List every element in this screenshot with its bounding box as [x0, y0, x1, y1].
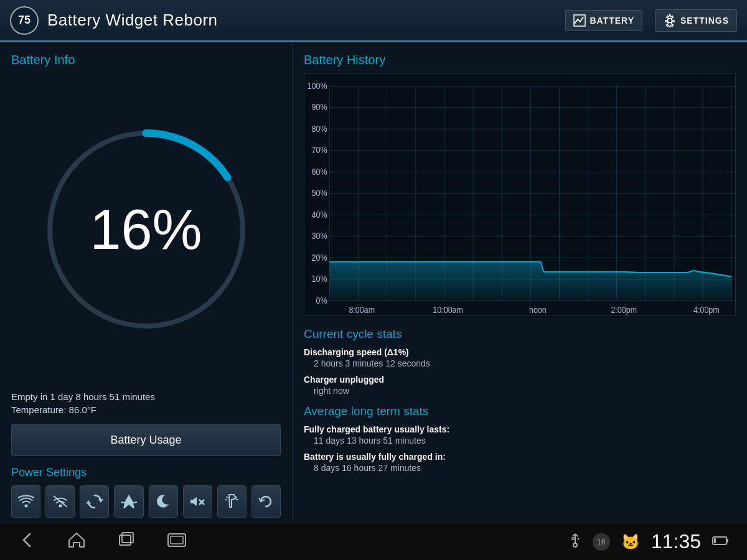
- sync-icon: [87, 493, 103, 510]
- wifi-on-button[interactable]: [11, 485, 40, 518]
- battery-status-icon: [712, 536, 728, 548]
- bottom-left-nav: [19, 531, 187, 553]
- usb-symbol: [569, 533, 581, 548]
- sleep-button[interactable]: [149, 485, 178, 518]
- sleep-icon: [156, 494, 170, 509]
- stat-value-avg-charged: 8 days 16 hours 27 minutes: [304, 463, 736, 473]
- svg-text:50%: 50%: [312, 188, 327, 198]
- svg-text:30%: 30%: [312, 231, 327, 241]
- svg-text:70%: 70%: [312, 146, 327, 156]
- battery-history-title: Battery History: [304, 53, 736, 67]
- svg-point-67: [577, 538, 579, 540]
- svg-text:80%: 80%: [312, 124, 327, 134]
- svg-text:20%: 20%: [312, 253, 327, 263]
- stat-value-discharging: 2 hours 3 minutes 12 seconds: [304, 358, 736, 368]
- svg-rect-58: [120, 535, 131, 545]
- mute-icon: [189, 493, 205, 510]
- svg-text:60%: 60%: [312, 167, 327, 177]
- svg-text:8:00am: 8:00am: [349, 305, 375, 315]
- svg-rect-70: [714, 538, 716, 543]
- svg-point-5: [59, 505, 62, 508]
- svg-point-4: [24, 505, 27, 508]
- gauge-percent: 16%: [90, 197, 202, 261]
- svg-text:100%: 100%: [308, 81, 327, 91]
- top-bar: 75 Battery Widget Reborn BATTERY SETTING…: [0, 0, 747, 42]
- svg-text:4:00pm: 4:00pm: [693, 305, 720, 315]
- gear-icon: [663, 14, 677, 27]
- stat-label-charger: Charger unplugged: [304, 375, 736, 385]
- screenshot-icon: [167, 531, 187, 549]
- battery-chart-container: 100% 90% 80% 70% 60% 50% 40% 30% 20% 10%…: [304, 73, 736, 316]
- svg-rect-69: [726, 539, 728, 543]
- bottom-right-status: 16 🐱 11:35: [569, 530, 728, 553]
- badge-number: 75: [18, 14, 31, 27]
- right-panel: Battery History: [293, 42, 747, 523]
- avg-stats-title: Average long term stats: [304, 404, 736, 418]
- stat-label-avg-charged: Battery is usually fully charged in:: [304, 452, 736, 462]
- stat-row-charger: Charger unplugged right now: [304, 375, 736, 396]
- svg-rect-66: [572, 538, 575, 539]
- wifi-off-icon: [52, 495, 68, 508]
- stat-label-avg-lasts: Fully charged battery usually lasts:: [304, 424, 736, 434]
- flashlight-button[interactable]: [217, 485, 247, 518]
- gauge-wrapper: 16%: [40, 124, 252, 335]
- airplane-icon: [121, 493, 137, 510]
- stat-row-avg-charged: Battery is usually fully charged in: 8 d…: [304, 452, 736, 473]
- flashlight-icon: [225, 493, 238, 510]
- battery-icon: [712, 536, 728, 546]
- svg-text:2:00pm: 2:00pm: [611, 305, 637, 315]
- svg-text:10%: 10%: [312, 274, 327, 284]
- battery-nav-button[interactable]: BATTERY: [565, 10, 642, 31]
- app-title: Battery Widget Reborn: [47, 11, 218, 30]
- svg-text:noon: noon: [529, 305, 547, 315]
- back-icon: [19, 531, 36, 549]
- sync-button[interactable]: [80, 485, 109, 518]
- main-content: Battery Info 16% Empty in 1 day 8 hours …: [0, 42, 747, 523]
- back-button[interactable]: [19, 531, 36, 553]
- empty-time: Empty in 1 day 8 hours 51 minutes: [11, 391, 281, 402]
- left-panel: Battery Info 16% Empty in 1 day 8 hours …: [0, 42, 293, 523]
- cycle-stats-section: Current cycle stats Discharging speed (Δ…: [304, 327, 736, 479]
- battery-circle-badge: 75: [10, 6, 39, 35]
- svg-rect-61: [171, 536, 183, 544]
- settings-nav-button[interactable]: SETTINGS: [655, 9, 737, 32]
- battery-usage-button[interactable]: Battery Usage: [11, 424, 281, 456]
- stat-row-avg-lasts: Fully charged battery usually lasts: 11 …: [304, 424, 736, 446]
- top-bar-left: 75 Battery Widget Reborn: [10, 6, 218, 35]
- usb-icon: [569, 533, 581, 551]
- svg-text:10:00am: 10:00am: [433, 305, 463, 315]
- svg-point-63: [573, 543, 577, 547]
- home-icon: [67, 531, 86, 549]
- svg-text:90%: 90%: [312, 103, 327, 113]
- bottom-bar: 16 🐱 11:35: [0, 523, 747, 560]
- stat-value-avg-lasts: 11 days 13 hours 51 minutes: [304, 436, 736, 446]
- stat-label-discharging: Discharging speed (Δ1%): [304, 347, 736, 357]
- battery-footer: Empty in 1 day 8 hours 51 minutes Temper…: [11, 391, 281, 523]
- stat-row-discharging: Discharging speed (Δ1%) 2 hours 3 minute…: [304, 347, 736, 368]
- airplane-button[interactable]: [114, 485, 143, 518]
- svg-line-10: [226, 497, 228, 498]
- wifi-off-button[interactable]: [45, 485, 75, 518]
- undo-button[interactable]: [251, 485, 281, 518]
- wifi-on-icon: [18, 495, 34, 508]
- status-time: 11:35: [651, 530, 701, 553]
- screenshot-button[interactable]: [167, 531, 187, 553]
- svg-text:40%: 40%: [312, 210, 327, 220]
- recents-button[interactable]: [117, 531, 136, 553]
- mute-button[interactable]: [183, 485, 212, 518]
- chart-icon: [573, 14, 586, 27]
- stat-value-charger: right now: [304, 386, 736, 396]
- cat-icon: 🐱: [621, 533, 640, 551]
- cycle-stats-title: Current cycle stats: [304, 327, 736, 341]
- svg-text:0%: 0%: [316, 296, 327, 306]
- home-button[interactable]: [67, 531, 86, 553]
- gauge-container: 16%: [11, 73, 281, 385]
- power-settings-title: Power Settings: [11, 466, 281, 479]
- temperature: Temperature: 86.0°F: [11, 404, 281, 415]
- battery-chart-svg: 100% 90% 80% 70% 60% 50% 40% 30% 20% 10%…: [304, 74, 735, 315]
- top-bar-right: BATTERY SETTINGS: [565, 9, 737, 32]
- power-icons-row: [11, 485, 281, 518]
- undo-icon: [258, 493, 274, 510]
- recents-icon: [117, 531, 136, 549]
- svg-rect-59: [122, 533, 133, 543]
